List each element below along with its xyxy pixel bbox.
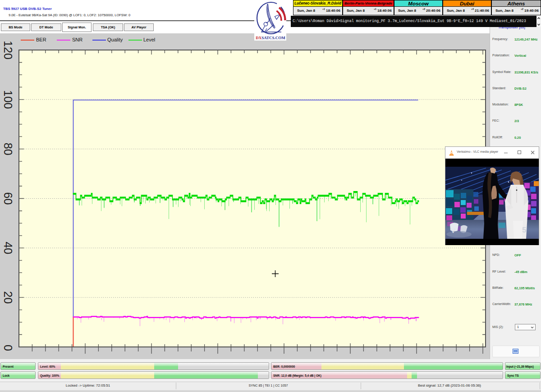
svg-text:DXSATCS.COM: DXSATCS.COM <box>256 36 285 40</box>
svg-text:5: 5 <box>522 226 526 234</box>
svg-text:60: 60 <box>2 192 14 205</box>
svg-text:120: 120 <box>2 41 14 59</box>
svg-text:40: 40 <box>2 242 14 254</box>
svg-text:80: 80 <box>2 143 14 155</box>
svg-text:20: 20 <box>2 291 14 304</box>
svg-text:V: V <box>451 227 455 234</box>
svg-text:0: 0 <box>2 345 14 351</box>
svg-text:100: 100 <box>2 90 14 109</box>
